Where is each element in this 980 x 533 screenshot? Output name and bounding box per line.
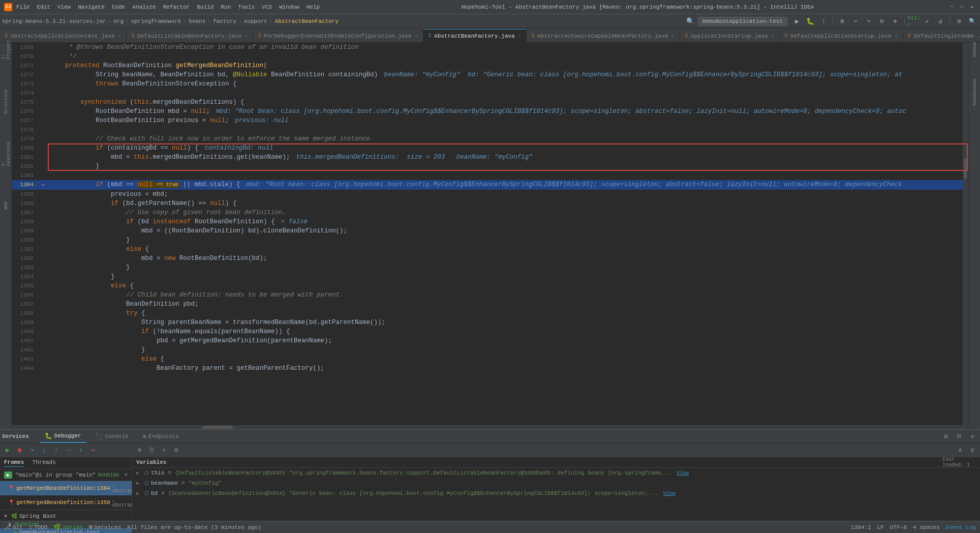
vars-add-watch[interactable]: + bbox=[159, 445, 170, 456]
frame-item-1384[interactable]: 📍 getMergedBeanDefinition:1384 , Abstrac… bbox=[0, 481, 132, 495]
step-over-btn[interactable]: ↷ bbox=[26, 445, 38, 456]
menu-help[interactable]: Help bbox=[307, 4, 320, 10]
tab-close-7[interactable]: ✕ bbox=[895, 33, 897, 39]
var-this-view[interactable]: View bbox=[677, 470, 689, 476]
tab-close-2[interactable]: ✕ bbox=[245, 33, 248, 39]
tab-default-app-startup[interactable]: C DefaultApplicationStartup.java ✕ bbox=[780, 29, 903, 42]
step-into-btn[interactable]: ↓ bbox=[39, 445, 50, 456]
breadcrumb-class[interactable]: AbstractBeanFactory bbox=[275, 18, 339, 24]
breadcrumb-support[interactable]: support bbox=[244, 18, 267, 24]
run-to-cursor[interactable]: → bbox=[63, 445, 74, 456]
menu-window[interactable]: Window bbox=[279, 4, 299, 10]
vertical-scrollbar[interactable] bbox=[963, 43, 968, 429]
var-beanname: ▶ ⬡ beanName = "myConfig" bbox=[132, 478, 980, 488]
vars-copy[interactable]: ⎘ bbox=[146, 445, 158, 456]
toolbar-btn-2[interactable]: ↩ bbox=[850, 16, 861, 27]
spring-status[interactable]: 🌿 Spring bbox=[53, 523, 83, 531]
tab-fordebugger[interactable]: C ForDebuggerEventWithEnableConfiguratio… bbox=[253, 29, 423, 42]
tab-abstract-bean-factory[interactable]: C AbstractBeanFactory.java ✕ bbox=[423, 29, 527, 42]
tab-close-1[interactable]: ✕ bbox=[118, 33, 121, 39]
tab-close-3[interactable]: ✕ bbox=[415, 33, 418, 39]
breadcrumb-factory[interactable]: factory bbox=[213, 18, 236, 24]
menu-view[interactable]: View bbox=[57, 4, 71, 10]
code-line-1396: 1396 // Child bean definition: needs to … bbox=[12, 290, 968, 300]
maximize-button[interactable]: □ bbox=[958, 3, 966, 11]
code-line-1391: 1391 else { bbox=[12, 245, 968, 254]
horizontal-scrollbar[interactable] bbox=[12, 425, 963, 429]
toolbar-btn-7[interactable]: ↺ bbox=[935, 16, 946, 27]
toolbar-btn-8[interactable]: ⊞ bbox=[954, 16, 965, 27]
thread-dropdown[interactable]: ▼ bbox=[125, 472, 128, 478]
structure-sidebar-btn[interactable]: Structure bbox=[1, 97, 11, 107]
toolbar-btn-9[interactable]: 🔍 bbox=[967, 16, 978, 27]
tab-debugger[interactable]: 🐛 Debugger bbox=[40, 430, 86, 443]
project-sidebar-btn[interactable]: 1: Project bbox=[1, 45, 11, 55]
run-button[interactable]: ▶ bbox=[791, 16, 803, 27]
editor-tabs: C AbstractApplicationContext.java ✕ C De… bbox=[0, 28, 980, 43]
breadcrumb-springframework[interactable]: springframework bbox=[131, 18, 181, 24]
event-log[interactable]: Event Log bbox=[946, 524, 976, 530]
search-toolbar-btn[interactable]: 🔍 bbox=[685, 16, 696, 27]
menu-vcs[interactable]: VCS bbox=[262, 4, 272, 10]
tab-console[interactable]: ⬛ Console bbox=[90, 430, 134, 443]
toolbar-btn-4[interactable]: ⊟ bbox=[876, 16, 887, 27]
debugger-settings[interactable]: ⚙ bbox=[940, 431, 952, 442]
favorites-sidebar-btn[interactable]: 2: Favorites bbox=[1, 149, 11, 159]
toolbar-btn-6[interactable]: ✓ bbox=[922, 16, 933, 27]
debugger-close[interactable]: ✕ bbox=[967, 431, 978, 442]
breadcrumb-beans[interactable]: beans bbox=[189, 18, 205, 24]
web-sidebar-btn[interactable]: Web bbox=[1, 200, 11, 211]
tab-close-4[interactable]: ✕ bbox=[518, 33, 521, 39]
menu-run[interactable]: Run bbox=[221, 4, 231, 10]
breadcrumb-jar[interactable]: spring-beans-5.3.21-sources.jar bbox=[2, 18, 106, 24]
menu-tools[interactable]: Tools bbox=[238, 4, 255, 10]
frames-tab[interactable]: Frames bbox=[4, 459, 24, 467]
vars-expand[interactable]: ∨ bbox=[967, 445, 978, 456]
rest-services-sidebar[interactable]: RestServices bbox=[969, 87, 979, 98]
stop-btn[interactable]: ■ bbox=[14, 445, 25, 456]
more-run-options[interactable]: ⋮ bbox=[818, 16, 829, 27]
breadcrumb-org[interactable]: org bbox=[113, 18, 124, 24]
menu-analyze[interactable]: Analyze bbox=[132, 4, 156, 10]
menu-edit[interactable]: Edit bbox=[37, 4, 50, 10]
toolbar-git[interactable]: Git: ✓ bbox=[908, 16, 920, 27]
debugger-layout[interactable]: ⊟ bbox=[954, 431, 965, 442]
resume-btn[interactable]: ▶ bbox=[2, 445, 13, 456]
menu-code[interactable]: Code bbox=[112, 4, 125, 10]
var-bd-view[interactable]: View bbox=[663, 491, 676, 496]
todo-status[interactable]: ☑ TODO bbox=[29, 523, 48, 531]
minimize-button[interactable]: ─ bbox=[947, 3, 956, 11]
vars-settings[interactable]: ⚙ bbox=[171, 445, 182, 456]
tab-close-5[interactable]: ✕ bbox=[671, 33, 674, 39]
run-config-selector[interactable]: DemoBootApplication-test bbox=[698, 17, 787, 26]
window-controls: ─ □ ✕ bbox=[947, 3, 976, 11]
menu-file[interactable]: File bbox=[16, 4, 29, 10]
toolbar-btn-1[interactable]: ⊞ bbox=[837, 16, 848, 27]
toolbar-btn-5[interactable]: ⊕ bbox=[890, 16, 901, 27]
tab-app-startup[interactable]: C ApplicationStartup.java ✕ bbox=[680, 29, 780, 42]
tab-default-singleton[interactable]: C DefaultSingletonBe... ✕ bbox=[903, 29, 980, 42]
debug-button[interactable]: 🐛 bbox=[805, 16, 816, 27]
services-springboot[interactable]: ▼ 🌿 Spring Boot bbox=[0, 512, 132, 520]
menu-navigate[interactable]: Navigate bbox=[78, 4, 105, 10]
menu-build[interactable]: Build bbox=[197, 4, 213, 10]
services-status-btn[interactable]: ⊞ Services bbox=[89, 523, 121, 531]
more-debug-btns[interactable]: ⋯ bbox=[87, 445, 99, 456]
close-button[interactable]: ✕ bbox=[968, 3, 976, 11]
frame-item-1358[interactable]: 📍 getMergedBeanDefinition:1358 , Abstrac… bbox=[0, 495, 132, 510]
code-editor-area[interactable]: 1369 * @throws BeanDefinitionStoreExcept… bbox=[12, 43, 968, 429]
menu-refactor[interactable]: Refactor bbox=[163, 4, 190, 10]
tab-close-6[interactable]: ✕ bbox=[772, 33, 774, 39]
threads-tab[interactable]: Threads bbox=[33, 459, 56, 467]
vars-collapse[interactable]: ∧ bbox=[955, 445, 966, 456]
tab-abstract-app-context[interactable]: C AbstractApplicationContext.java ✕ bbox=[0, 29, 127, 42]
vars-expand-all[interactable]: ⊕ bbox=[134, 445, 145, 456]
evaluate-expr[interactable]: ⚡ bbox=[75, 445, 86, 456]
saviour-sidebar[interactable]: SdView bbox=[969, 45, 979, 55]
tab-default-listable[interactable]: C DefaultListableBeanFactory.java ✕ bbox=[127, 29, 253, 42]
toolbar-btn-3[interactable]: ↪ bbox=[863, 16, 874, 27]
tab-endpoints[interactable]: ⊕ Endpoints bbox=[138, 430, 184, 443]
step-out-btn[interactable]: ↑ bbox=[51, 445, 62, 456]
tab-abstract-autowire[interactable]: C AbstractAutowireCapableBeanFactory.jav… bbox=[527, 29, 680, 42]
git-status[interactable]: ⎇ Git bbox=[4, 523, 23, 531]
